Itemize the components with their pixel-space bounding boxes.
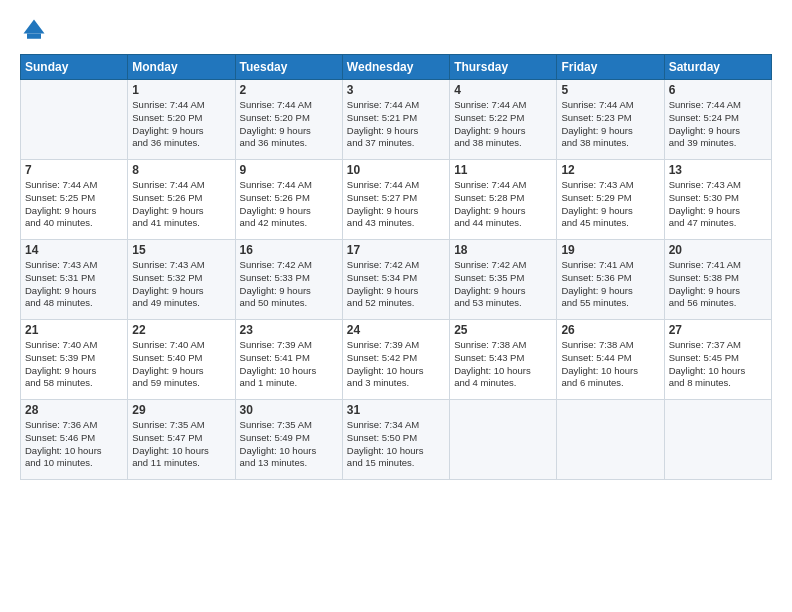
calendar-cell: 22Sunrise: 7:40 AM Sunset: 5:40 PM Dayli… bbox=[128, 320, 235, 400]
calendar-cell: 24Sunrise: 7:39 AM Sunset: 5:42 PM Dayli… bbox=[342, 320, 449, 400]
week-row-3: 14Sunrise: 7:43 AM Sunset: 5:31 PM Dayli… bbox=[21, 240, 772, 320]
day-number: 31 bbox=[347, 403, 445, 417]
calendar-cell bbox=[21, 80, 128, 160]
day-info: Sunrise: 7:37 AM Sunset: 5:45 PM Dayligh… bbox=[669, 339, 767, 390]
calendar-cell: 2Sunrise: 7:44 AM Sunset: 5:20 PM Daylig… bbox=[235, 80, 342, 160]
calendar-cell: 29Sunrise: 7:35 AM Sunset: 5:47 PM Dayli… bbox=[128, 400, 235, 480]
calendar-cell: 13Sunrise: 7:43 AM Sunset: 5:30 PM Dayli… bbox=[664, 160, 771, 240]
calendar-cell: 30Sunrise: 7:35 AM Sunset: 5:49 PM Dayli… bbox=[235, 400, 342, 480]
calendar-cell: 9Sunrise: 7:44 AM Sunset: 5:26 PM Daylig… bbox=[235, 160, 342, 240]
calendar-cell: 10Sunrise: 7:44 AM Sunset: 5:27 PM Dayli… bbox=[342, 160, 449, 240]
calendar-cell bbox=[557, 400, 664, 480]
calendar-cell: 4Sunrise: 7:44 AM Sunset: 5:22 PM Daylig… bbox=[450, 80, 557, 160]
day-info: Sunrise: 7:41 AM Sunset: 5:36 PM Dayligh… bbox=[561, 259, 659, 310]
day-number: 1 bbox=[132, 83, 230, 97]
svg-rect-1 bbox=[27, 34, 41, 39]
calendar-table: SundayMondayTuesdayWednesdayThursdayFrid… bbox=[20, 54, 772, 480]
header-day-wednesday: Wednesday bbox=[342, 55, 449, 80]
day-number: 17 bbox=[347, 243, 445, 257]
day-number: 4 bbox=[454, 83, 552, 97]
day-info: Sunrise: 7:43 AM Sunset: 5:32 PM Dayligh… bbox=[132, 259, 230, 310]
header-day-saturday: Saturday bbox=[664, 55, 771, 80]
day-number: 12 bbox=[561, 163, 659, 177]
day-number: 6 bbox=[669, 83, 767, 97]
day-info: Sunrise: 7:34 AM Sunset: 5:50 PM Dayligh… bbox=[347, 419, 445, 470]
calendar-cell bbox=[664, 400, 771, 480]
day-info: Sunrise: 7:35 AM Sunset: 5:47 PM Dayligh… bbox=[132, 419, 230, 470]
day-number: 24 bbox=[347, 323, 445, 337]
day-info: Sunrise: 7:43 AM Sunset: 5:29 PM Dayligh… bbox=[561, 179, 659, 230]
calendar-cell: 21Sunrise: 7:40 AM Sunset: 5:39 PM Dayli… bbox=[21, 320, 128, 400]
week-row-5: 28Sunrise: 7:36 AM Sunset: 5:46 PM Dayli… bbox=[21, 400, 772, 480]
header-day-tuesday: Tuesday bbox=[235, 55, 342, 80]
calendar-cell: 8Sunrise: 7:44 AM Sunset: 5:26 PM Daylig… bbox=[128, 160, 235, 240]
header-row: SundayMondayTuesdayWednesdayThursdayFrid… bbox=[21, 55, 772, 80]
day-number: 5 bbox=[561, 83, 659, 97]
day-info: Sunrise: 7:42 AM Sunset: 5:33 PM Dayligh… bbox=[240, 259, 338, 310]
logo-icon bbox=[20, 16, 48, 44]
calendar-cell: 20Sunrise: 7:41 AM Sunset: 5:38 PM Dayli… bbox=[664, 240, 771, 320]
day-info: Sunrise: 7:44 AM Sunset: 5:21 PM Dayligh… bbox=[347, 99, 445, 150]
calendar-cell: 5Sunrise: 7:44 AM Sunset: 5:23 PM Daylig… bbox=[557, 80, 664, 160]
header-day-monday: Monday bbox=[128, 55, 235, 80]
page: SundayMondayTuesdayWednesdayThursdayFrid… bbox=[0, 0, 792, 612]
calendar-cell: 23Sunrise: 7:39 AM Sunset: 5:41 PM Dayli… bbox=[235, 320, 342, 400]
calendar-cell: 18Sunrise: 7:42 AM Sunset: 5:35 PM Dayli… bbox=[450, 240, 557, 320]
day-info: Sunrise: 7:39 AM Sunset: 5:42 PM Dayligh… bbox=[347, 339, 445, 390]
week-row-2: 7Sunrise: 7:44 AM Sunset: 5:25 PM Daylig… bbox=[21, 160, 772, 240]
calendar-cell: 16Sunrise: 7:42 AM Sunset: 5:33 PM Dayli… bbox=[235, 240, 342, 320]
day-info: Sunrise: 7:44 AM Sunset: 5:24 PM Dayligh… bbox=[669, 99, 767, 150]
day-info: Sunrise: 7:44 AM Sunset: 5:23 PM Dayligh… bbox=[561, 99, 659, 150]
header-day-sunday: Sunday bbox=[21, 55, 128, 80]
day-number: 11 bbox=[454, 163, 552, 177]
day-number: 25 bbox=[454, 323, 552, 337]
calendar-cell: 12Sunrise: 7:43 AM Sunset: 5:29 PM Dayli… bbox=[557, 160, 664, 240]
day-info: Sunrise: 7:44 AM Sunset: 5:26 PM Dayligh… bbox=[240, 179, 338, 230]
day-info: Sunrise: 7:44 AM Sunset: 5:20 PM Dayligh… bbox=[240, 99, 338, 150]
day-number: 20 bbox=[669, 243, 767, 257]
logo bbox=[20, 16, 52, 44]
day-info: Sunrise: 7:40 AM Sunset: 5:40 PM Dayligh… bbox=[132, 339, 230, 390]
day-info: Sunrise: 7:40 AM Sunset: 5:39 PM Dayligh… bbox=[25, 339, 123, 390]
day-info: Sunrise: 7:38 AM Sunset: 5:43 PM Dayligh… bbox=[454, 339, 552, 390]
day-info: Sunrise: 7:43 AM Sunset: 5:30 PM Dayligh… bbox=[669, 179, 767, 230]
calendar-cell: 17Sunrise: 7:42 AM Sunset: 5:34 PM Dayli… bbox=[342, 240, 449, 320]
calendar-cell: 7Sunrise: 7:44 AM Sunset: 5:25 PM Daylig… bbox=[21, 160, 128, 240]
day-number: 21 bbox=[25, 323, 123, 337]
day-info: Sunrise: 7:44 AM Sunset: 5:25 PM Dayligh… bbox=[25, 179, 123, 230]
day-info: Sunrise: 7:39 AM Sunset: 5:41 PM Dayligh… bbox=[240, 339, 338, 390]
day-number: 13 bbox=[669, 163, 767, 177]
day-number: 19 bbox=[561, 243, 659, 257]
day-number: 10 bbox=[347, 163, 445, 177]
day-info: Sunrise: 7:38 AM Sunset: 5:44 PM Dayligh… bbox=[561, 339, 659, 390]
day-info: Sunrise: 7:36 AM Sunset: 5:46 PM Dayligh… bbox=[25, 419, 123, 470]
day-number: 9 bbox=[240, 163, 338, 177]
calendar-cell: 19Sunrise: 7:41 AM Sunset: 5:36 PM Dayli… bbox=[557, 240, 664, 320]
day-info: Sunrise: 7:41 AM Sunset: 5:38 PM Dayligh… bbox=[669, 259, 767, 310]
calendar-cell: 14Sunrise: 7:43 AM Sunset: 5:31 PM Dayli… bbox=[21, 240, 128, 320]
day-number: 7 bbox=[25, 163, 123, 177]
day-info: Sunrise: 7:44 AM Sunset: 5:26 PM Dayligh… bbox=[132, 179, 230, 230]
day-number: 22 bbox=[132, 323, 230, 337]
day-number: 26 bbox=[561, 323, 659, 337]
day-info: Sunrise: 7:42 AM Sunset: 5:34 PM Dayligh… bbox=[347, 259, 445, 310]
calendar-cell bbox=[450, 400, 557, 480]
calendar-cell: 15Sunrise: 7:43 AM Sunset: 5:32 PM Dayli… bbox=[128, 240, 235, 320]
day-info: Sunrise: 7:35 AM Sunset: 5:49 PM Dayligh… bbox=[240, 419, 338, 470]
svg-marker-0 bbox=[24, 20, 45, 34]
calendar-cell: 1Sunrise: 7:44 AM Sunset: 5:20 PM Daylig… bbox=[128, 80, 235, 160]
day-info: Sunrise: 7:44 AM Sunset: 5:28 PM Dayligh… bbox=[454, 179, 552, 230]
day-info: Sunrise: 7:43 AM Sunset: 5:31 PM Dayligh… bbox=[25, 259, 123, 310]
day-info: Sunrise: 7:44 AM Sunset: 5:27 PM Dayligh… bbox=[347, 179, 445, 230]
day-number: 18 bbox=[454, 243, 552, 257]
header bbox=[20, 16, 772, 44]
day-number: 28 bbox=[25, 403, 123, 417]
calendar-cell: 3Sunrise: 7:44 AM Sunset: 5:21 PM Daylig… bbox=[342, 80, 449, 160]
day-number: 27 bbox=[669, 323, 767, 337]
day-number: 8 bbox=[132, 163, 230, 177]
header-day-thursday: Thursday bbox=[450, 55, 557, 80]
day-info: Sunrise: 7:44 AM Sunset: 5:20 PM Dayligh… bbox=[132, 99, 230, 150]
day-number: 2 bbox=[240, 83, 338, 97]
calendar-cell: 28Sunrise: 7:36 AM Sunset: 5:46 PM Dayli… bbox=[21, 400, 128, 480]
calendar-cell: 6Sunrise: 7:44 AM Sunset: 5:24 PM Daylig… bbox=[664, 80, 771, 160]
